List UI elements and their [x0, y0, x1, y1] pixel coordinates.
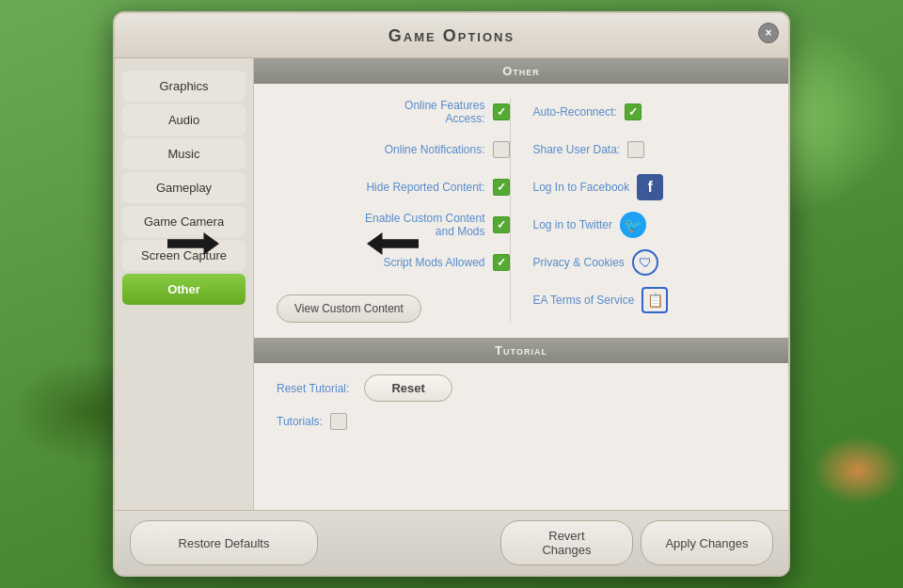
other-section-header: Other	[254, 58, 788, 84]
option-twitter: Log in to Twitter 🐦	[533, 212, 767, 238]
terms-icon[interactable]: 📋	[642, 287, 668, 313]
online-features-label: Online Features Access:	[363, 99, 485, 125]
privacy-label: Privacy & Cookies	[533, 256, 625, 269]
sidebar-item-game-camera[interactable]: Game Camera	[122, 206, 246, 237]
other-options-grid: Online Features Access: Online Notificat…	[277, 99, 766, 323]
option-script-mods: Script Mods Allowed	[277, 249, 510, 276]
share-user-data-label: Share User Data:	[533, 143, 621, 156]
enable-custom-content-checkbox[interactable]	[493, 216, 510, 233]
auto-reconnect-label: Auto-Reconnect:	[533, 105, 617, 119]
sidebar-item-screen-capture[interactable]: Screen Capture	[122, 240, 246, 271]
sidebar-item-music[interactable]: Music	[122, 138, 246, 169]
reset-tutorial-row: Reset Tutorial: Reset	[254, 363, 788, 409]
game-options-dialog: Game Options × Graphics Audio Music Game…	[113, 11, 790, 577]
online-notifications-label: Online Notifications:	[385, 143, 485, 156]
facebook-label: Log In to Facebook	[533, 181, 630, 194]
main-content: Other Online Features Access: Online Not…	[254, 58, 788, 510]
other-options-right: Auto-Reconnect: Share User Data: Log In …	[510, 99, 767, 323]
tutorials-row: Tutorials:	[254, 409, 788, 445]
dialog-title-bar: Game Options ×	[115, 13, 788, 58]
terms-label: EA Terms of Service	[533, 294, 635, 307]
other-section-body: Online Features Access: Online Notificat…	[254, 84, 788, 338]
option-facebook: Log In to Facebook f	[533, 174, 767, 200]
option-share-user-data: Share User Data:	[533, 136, 767, 163]
privacy-icon[interactable]: 🛡	[632, 249, 658, 276]
sidebar: Graphics Audio Music Gameplay Game Camer…	[115, 58, 254, 510]
footer-right-buttons: Revert Changes Apply Changes	[500, 520, 773, 565]
dialog-footer: Restore Defaults Revert Changes Apply Ch…	[115, 510, 788, 575]
apply-changes-button[interactable]: Apply Changes	[641, 520, 773, 565]
sidebar-item-graphics[interactable]: Graphics	[122, 71, 246, 102]
script-mods-checkbox[interactable]	[493, 254, 510, 271]
revert-changes-button[interactable]: Revert Changes	[500, 520, 633, 565]
tutorial-section: Tutorial Reset Tutorial: Reset Tutorials…	[254, 338, 788, 445]
option-online-features: Online Features Access:	[277, 99, 510, 125]
facebook-icon[interactable]: f	[637, 174, 663, 200]
share-user-data-checkbox[interactable]	[627, 141, 644, 158]
twitter-icon[interactable]: 🐦	[620, 212, 646, 238]
sidebar-item-gameplay[interactable]: Gameplay	[122, 172, 246, 203]
twitter-label: Log in to Twitter	[533, 218, 613, 231]
auto-reconnect-checkbox[interactable]	[625, 103, 642, 120]
script-mods-label: Script Mods Allowed	[383, 256, 484, 269]
view-custom-content-row: View Custom Content	[277, 287, 510, 323]
enable-custom-content-label: Enable Custom Content and Mods	[363, 212, 485, 238]
option-hide-reported: Hide Reported Content:	[277, 174, 510, 200]
restore-defaults-button[interactable]: Restore Defaults	[130, 520, 318, 565]
tutorial-section-header: Tutorial	[254, 338, 788, 363]
option-enable-custom-content: Enable Custom Content and Mods	[277, 212, 510, 238]
hide-reported-checkbox[interactable]	[493, 179, 510, 196]
tutorials-label: Tutorials:	[277, 415, 323, 428]
option-privacy-cookies: Privacy & Cookies 🛡	[533, 249, 767, 276]
sidebar-item-audio[interactable]: Audio	[122, 104, 246, 135]
reset-tutorial-button[interactable]: Reset	[364, 374, 452, 402]
hide-reported-label: Hide Reported Content:	[366, 181, 484, 194]
option-auto-reconnect: Auto-Reconnect:	[533, 99, 767, 125]
sidebar-item-other[interactable]: Other	[122, 274, 246, 305]
tutorials-checkbox[interactable]	[330, 413, 347, 430]
reset-tutorial-label: Reset Tutorial:	[277, 382, 349, 395]
option-online-notifications: Online Notifications:	[277, 136, 510, 163]
other-options-left: Online Features Access: Online Notificat…	[277, 99, 510, 323]
dialog-title: Game Options	[152, 26, 751, 46]
online-features-checkbox[interactable]	[493, 103, 510, 120]
close-button[interactable]: ×	[758, 23, 779, 43]
option-terms-of-service: EA Terms of Service 📋	[533, 287, 767, 313]
dialog-body: Graphics Audio Music Gameplay Game Camer…	[115, 58, 788, 510]
view-custom-content-button[interactable]: View Custom Content	[277, 294, 421, 323]
online-notifications-checkbox[interactable]	[493, 141, 510, 158]
